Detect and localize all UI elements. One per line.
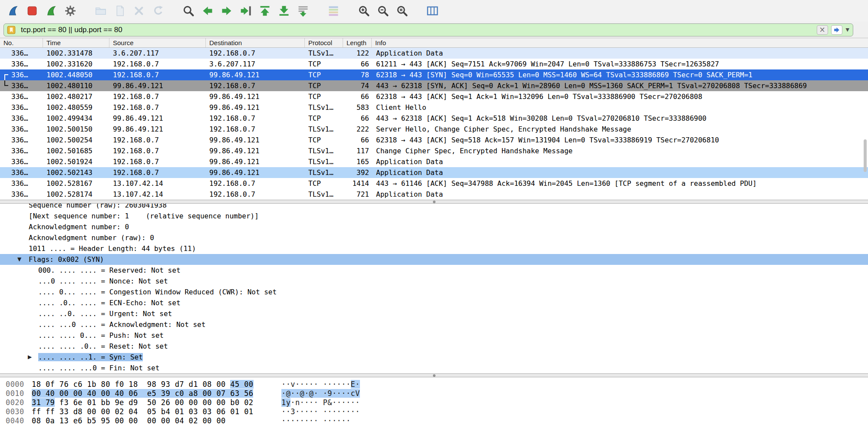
detail-line[interactable]: .... .... 0... = Push: Not set: [0, 330, 868, 341]
find-packet-button[interactable]: [179, 2, 198, 20]
column-header-time[interactable]: Time: [43, 38, 109, 47]
detail-line[interactable]: ▶.... .... ..1. = Syn: Set: [0, 352, 868, 363]
packet-cell-len: 583: [343, 102, 372, 113]
packet-cell-len: 66: [343, 135, 372, 145]
packet-row[interactable]: 336…1002.52817413.107.42.14192.168.0.7TL…: [0, 189, 868, 200]
detail-text: .... 0... .... = Congestion Window Reduc…: [38, 288, 277, 296]
go-back-button[interactable]: [198, 2, 217, 20]
hex-bytes: 31 79 f3 6e 01 bb 9e d9 50 26 00 00 00 0…: [32, 398, 254, 407]
packet-row[interactable]: 336…1002.500254192.168.0.799.86.49.121TC…: [0, 135, 868, 145]
scrollbar-thumb[interactable]: [864, 139, 867, 172]
detail-line[interactable]: ▼Flags: 0x002 (SYN): [0, 254, 868, 265]
packet-row[interactable]: 336…1002.501685192.168.0.799.86.49.121TL…: [0, 145, 868, 156]
detail-text: Flags: 0x002 (SYN): [29, 255, 104, 264]
packet-cell-src: 192.168.0.7: [109, 59, 206, 69]
column-header-no[interactable]: No.: [0, 38, 43, 47]
packet-row[interactable]: 336…1002.48011099.86.49.121192.168.0.7TC…: [0, 80, 868, 91]
hex-row[interactable]: 002031 79 f3 6e 01 bb 9e d9 50 26 00 00 …: [0, 398, 868, 407]
display-filter-input[interactable]: tcp.port == 80 || udp.port == 80 × ▼: [3, 23, 853, 36]
colorize-button[interactable]: [324, 2, 343, 20]
detail-line[interactable]: Sequence number (raw): 2603041938: [0, 204, 868, 211]
packet-cell-no: 336…: [0, 102, 43, 113]
column-header-info[interactable]: Info: [372, 38, 868, 47]
packet-cell-dst: 3.6.207.117: [206, 59, 305, 69]
detail-text: .... .... .0.. = Reset: Not set: [38, 342, 168, 350]
packet-cell-time: 1002.500150: [43, 124, 109, 135]
filter-expression-text[interactable]: tcp.port == 80 || udp.port == 80: [21, 26, 814, 34]
packet-row[interactable]: 336…1002.50015099.86.49.121192.168.0.7TL…: [0, 124, 868, 135]
detail-line[interactable]: ...0 .... .... = Nonce: Not set: [0, 276, 868, 287]
hex-row[interactable]: 004008 0a 13 e6 b5 95 00 00 00 00 04 02 …: [0, 416, 868, 426]
collapse-icon[interactable]: ▼: [17, 254, 21, 265]
detail-line[interactable]: .... .... ...0 = Fin: Not set: [0, 363, 868, 373]
column-header-source[interactable]: Source: [109, 38, 206, 47]
packet-row[interactable]: 336…1002.49943499.86.49.121192.168.0.7TC…: [0, 113, 868, 124]
zoom-in-button[interactable]: [354, 2, 373, 20]
packet-cell-time: 1002.501685: [43, 145, 109, 156]
hex-row[interactable]: 001000 40 00 00 40 00 40 06 e5 39 c0 a8 …: [0, 389, 868, 398]
detail-line[interactable]: .... 0... .... = Congestion Window Reduc…: [0, 287, 868, 297]
detail-line[interactable]: .... ..0. .... = Urgent: Not set: [0, 308, 868, 319]
open-file-button[interactable]: [91, 2, 110, 20]
packet-row[interactable]: 336…1002.502143192.168.0.799.86.49.121TL…: [0, 167, 868, 178]
save-file-button[interactable]: [110, 2, 129, 20]
detail-text: Acknowledgment number: 0: [29, 223, 129, 231]
expand-icon[interactable]: ▶: [28, 352, 32, 363]
start-capture-button[interactable]: [3, 2, 23, 20]
packet-row[interactable]: 336…1002.3314783.6.207.117192.168.0.7TLS…: [0, 48, 868, 59]
pane-splitter-bottom[interactable]: [0, 373, 868, 377]
zoom-normal-button[interactable]: [393, 2, 412, 20]
hex-row[interactable]: 000018 0f 76 c6 1b 80 f0 18 98 93 d7 d1 …: [0, 380, 868, 389]
packet-row[interactable]: 336…1002.448050192.168.0.799.86.49.121TC…: [0, 69, 868, 80]
reload-file-button[interactable]: [149, 2, 168, 20]
packet-row[interactable]: 336…1002.480217192.168.0.799.86.49.121TC…: [0, 91, 868, 102]
packet-cell-no: 336…: [0, 113, 43, 124]
capture-options-button[interactable]: [61, 2, 80, 20]
hex-bytes: ff ff 33 d8 00 00 02 04 05 b4 01 03 03 0…: [32, 407, 253, 416]
column-header-length[interactable]: Length: [343, 38, 372, 47]
detail-line[interactable]: Acknowledgment number: 0: [0, 221, 868, 232]
packet-row[interactable]: 336…1002.52816713.107.42.14192.168.0.7TC…: [0, 178, 868, 189]
pane-splitter-top[interactable]: [0, 200, 868, 204]
hex-offset: 0000: [6, 380, 24, 389]
detail-line[interactable]: .... .... .0.. = Reset: Not set: [0, 341, 868, 352]
packet-row[interactable]: 336…1002.480559192.168.0.799.86.49.121TL…: [0, 102, 868, 113]
detail-line[interactable]: [Next sequence number: 1 (relative seque…: [0, 211, 868, 221]
detail-line[interactable]: .... .0.. .... = ECN-Echo: Not set: [0, 297, 868, 308]
filter-dropdown-icon[interactable]: ▼: [846, 27, 849, 33]
packet-cell-time: 1002.448050: [43, 69, 109, 80]
hex-ascii: 1y·n···· P&······: [281, 398, 360, 407]
packet-list-rows: 336…1002.3314783.6.207.117192.168.0.7TLS…: [0, 48, 868, 200]
packet-cell-dst: 99.86.49.121: [206, 167, 305, 178]
detail-line[interactable]: .... ...0 .... = Acknowledgment: Not set: [0, 319, 868, 330]
packet-row[interactable]: 336…1002.331620192.168.0.73.6.207.117TCP…: [0, 59, 868, 69]
first-packet-icon: [258, 4, 271, 17]
packet-bytes-rows: 000018 0f 76 c6 1b 80 f0 18 98 93 d7 d1 …: [0, 380, 868, 426]
zoom-out-button[interactable]: [373, 2, 393, 20]
detail-line[interactable]: 1011 .... = Header Length: 44 bytes (11): [0, 243, 868, 254]
packet-cell-proto: TCP: [305, 80, 343, 91]
packet-cell-dst: 192.168.0.7: [206, 113, 305, 124]
resize-columns-button[interactable]: [423, 2, 442, 20]
packet-cell-info: 443 → 61146 [ACK] Seq=347988 Ack=16394 W…: [372, 178, 868, 189]
detail-line[interactable]: Acknowledgment number (raw): 0: [0, 232, 868, 243]
clear-filter-button[interactable]: ×: [817, 25, 828, 35]
go-last-packet-button[interactable]: [274, 2, 294, 20]
restart-capture-button[interactable]: [42, 2, 61, 20]
go-first-packet-button[interactable]: [255, 2, 274, 20]
stop-capture-button[interactable]: [23, 2, 42, 20]
go-to-packet-button[interactable]: [236, 2, 255, 20]
hex-row[interactable]: 0030ff ff 33 d8 00 00 02 04 05 b4 01 03 …: [0, 407, 868, 416]
column-header-destination[interactable]: Destination: [206, 38, 305, 47]
file-icon: [113, 4, 126, 17]
packet-row[interactable]: 336…1002.501924192.168.0.799.86.49.121TL…: [0, 156, 868, 167]
bookmark-icon[interactable]: [6, 24, 17, 36]
auto-scroll-button[interactable]: [294, 2, 313, 20]
apply-filter-button[interactable]: [831, 25, 842, 35]
packet-cell-dst: 192.168.0.7: [206, 189, 305, 200]
go-forward-button[interactable]: [217, 2, 236, 20]
close-file-button[interactable]: [129, 2, 149, 20]
detail-line[interactable]: 000. .... .... = Reserved: Not set: [0, 265, 868, 276]
hex-ascii: ··v····· ······E·: [281, 380, 360, 389]
column-header-protocol[interactable]: Protocol: [305, 38, 343, 47]
